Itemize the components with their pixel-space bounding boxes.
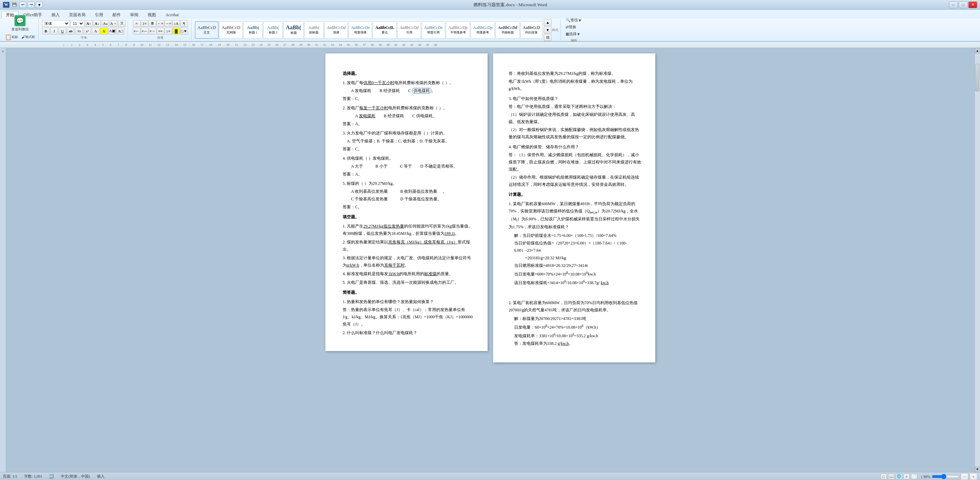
send-wechat-button[interactable]: 💬 发送到微信 <box>10 14 30 33</box>
styles-scroll-down[interactable]: ▼ <box>544 27 551 33</box>
scroll-down-arrow[interactable]: ▼ <box>975 467 980 472</box>
tab-layout[interactable]: 页面布局 <box>65 11 90 19</box>
increase-font-button[interactable]: A↑ <box>85 20 92 27</box>
style-intense-quote[interactable]: AaBbCcDe 明显引用 <box>422 21 445 39</box>
bold-button[interactable]: B <box>42 28 50 35</box>
styles-more[interactable]: ⊟ <box>544 34 551 41</box>
full-reading-button[interactable]: 📖 <box>888 474 894 479</box>
section-calc-heading: 计算题。 <box>509 191 641 198</box>
tab-view[interactable]: 视图 <box>143 11 161 19</box>
style-quote[interactable]: AaBbCcDd 引用 <box>397 21 421 39</box>
short1-a: 答：热量的表示单位有焦耳（J）、卡（cal）；常用的发热量单位有J/g、kJ/k… <box>343 306 474 328</box>
border-button[interactable]: □▼ <box>180 28 188 35</box>
scroll-thumb[interactable] <box>975 64 979 91</box>
strikethrough-button[interactable]: ab <box>67 28 75 35</box>
superscript-button[interactable]: x² <box>84 28 91 35</box>
align-left-button[interactable]: ≡← <box>133 28 140 35</box>
scroll-up-arrow[interactable]: ▲ <box>975 48 980 54</box>
align-right-button[interactable]: ≡→ <box>149 28 156 35</box>
q1-options: A 发电煤耗 B 经济煤耗 C 供电煤耗。 <box>351 87 474 95</box>
tab-insert[interactable]: 插入 <box>47 11 64 19</box>
language: 中文(简体，中国) <box>61 474 90 479</box>
style-subtitle[interactable]: AaBb( 副标题 <box>304 21 324 39</box>
pinyin-button[interactable]: 文 <box>118 20 126 27</box>
format-painter-button[interactable]: 🖌格式刷 <box>20 34 36 40</box>
draft-view-button[interactable]: 📄 <box>911 474 917 479</box>
font-color-button[interactable]: A <box>92 28 99 35</box>
close-button[interactable]: ✕ <box>968 2 977 8</box>
style-intense-emphasis[interactable]: AaBbCcDe 明显强调 <box>348 21 372 39</box>
multilevel-list-button[interactable]: ≣ <box>149 20 156 27</box>
sort-button[interactable]: ↕A <box>173 20 180 27</box>
pages-area[interactable]: 选择题。 1. 发电厂每供用0一千瓦小时电所耗费标准煤的克数称（ ）。 A 发电… <box>6 48 974 472</box>
tab-acrobat[interactable]: Acrobat <box>161 11 183 19</box>
justify-button[interactable]: ≡≡ <box>157 28 164 35</box>
highlight-button[interactable]: A <box>100 28 108 35</box>
zoom-out-button[interactable]: − <box>961 473 968 480</box>
ribbon-toolbar: 💬 发送到微信 📋粘贴 🖌格式刷 剪贴板 宋体 <box>0 19 980 41</box>
style-heading1[interactable]: AaBb( 标题 1 <box>243 21 262 39</box>
calc1-s3: =20318J/g=20.32 MJ/kg <box>525 255 641 262</box>
scrollbar-right[interactable]: ▲ ▼ <box>974 48 980 472</box>
char-border-button[interactable]: A□ <box>117 28 124 35</box>
more-font-button[interactable]: A→ <box>110 20 117 27</box>
page-number: 页面: 1/2 <box>3 474 17 479</box>
numbered-list-button[interactable]: 1≡ <box>141 20 148 27</box>
print-layout-button[interactable]: □ <box>881 474 887 479</box>
zoom-in-button[interactable]: + <box>970 473 977 480</box>
zoom-slider[interactable] <box>932 474 959 479</box>
find-button[interactable]: 🔍 查找 ▼ <box>564 17 583 24</box>
subscript-button[interactable]: x₂ <box>75 28 83 35</box>
quick-dropdown[interactable]: ▼ <box>36 2 43 8</box>
paste-button[interactable]: 📋粘贴 <box>3 34 19 40</box>
font-name-select[interactable]: 宋体 <box>42 20 70 27</box>
style-strong[interactable]: AaBbCcD. 要点 <box>373 21 396 39</box>
decrease-font-button[interactable]: A↓ <box>93 20 101 27</box>
styles-scroll-up[interactable]: ▲ <box>544 19 551 26</box>
char-shading-button[interactable]: A▣ <box>108 28 116 35</box>
style-subtle-ref[interactable]: AaBbCcDp 不明显参考 <box>446 21 470 39</box>
spell-check-icon: 🔤 <box>49 474 54 478</box>
font-size-select[interactable]: 11 <box>70 20 84 27</box>
r-q3-a2: （1）锅炉设计就确定使用低质煤，如破化床锅炉就设计使用高灰、高硫、低发热量煤。 <box>509 111 641 125</box>
increase-indent-button[interactable]: →≡ <box>165 20 172 27</box>
style-intense-ref[interactable]: AaBbCcDp 明显参考 <box>471 21 495 39</box>
line-spacing-button[interactable]: ↕≡ <box>165 28 172 35</box>
style-title[interactable]: AaBb( 标题 <box>283 21 303 39</box>
minimize-button[interactable]: ─ <box>949 2 958 8</box>
q3-options: A. 空气干燥基；B. 干燥基；C. 收到基；D. 干燥无灰基。 <box>347 138 474 145</box>
calc1-gap <box>509 289 641 296</box>
italic-button[interactable]: I <box>50 28 58 35</box>
style-no-spacing[interactable]: AaBbCcD 无间隔 <box>219 21 243 39</box>
show-marks-button[interactable]: ¶ <box>180 20 188 27</box>
quick-save[interactable]: 💾 <box>11 2 18 8</box>
style-emphasis[interactable]: AaBbCcDd 强调 <box>325 21 348 39</box>
r-answer-standard-coal: 答：将收到基低位发热量为29.27MJ/kg的煤，称为标准煤。 <box>509 70 641 77</box>
underline-button[interactable]: U <box>59 28 66 35</box>
tab-review[interactable]: 审阅 <box>126 11 143 19</box>
window-title: 燃料练习题答案.docx - Microsoft Word <box>72 2 949 8</box>
r-q3-a1: 答：电厂中使用低质煤，通常采取下述两种法方予以解决： <box>509 103 641 110</box>
tab-references[interactable]: 引用 <box>91 11 108 19</box>
select-button[interactable]: ▦ 选择 ▼ <box>564 31 582 37</box>
maximize-button[interactable]: □ <box>959 2 967 8</box>
replace-button[interactable]: ⇄ 替换 <box>564 24 578 30</box>
style-list-para[interactable]: AaBbCcD 列出段落 <box>520 21 542 39</box>
quick-redo[interactable]: ↪ <box>28 2 35 8</box>
web-layout-button[interactable]: 🌐 <box>896 474 902 479</box>
outline-view-button[interactable]: ≡ <box>904 474 910 479</box>
q4: 4. 供电煤耗（ ）发电煤耗。 <box>343 155 474 162</box>
style-heading2[interactable]: AaBb( 标题 2 <box>263 21 283 39</box>
tab-mailings[interactable]: 邮件 <box>108 11 125 19</box>
clear-format-button[interactable]: Aa <box>102 20 109 27</box>
ruler: | 1 2 3 4 5 6 7 8 9 10 11 12 13 14 15 16… <box>0 42 980 48</box>
q4-options: A 大于 B 小于 C 等于 D 不确定是否相等。 <box>351 163 474 170</box>
decrease-indent-button[interactable]: ←≡ <box>157 20 164 27</box>
style-normal[interactable]: AaBbCcD 正文 <box>195 21 218 39</box>
bullet-list-button[interactable]: ≡ <box>133 20 140 27</box>
quick-undo[interactable]: ↩ <box>19 2 26 8</box>
align-center-button[interactable]: ≡↔ <box>141 28 148 35</box>
shading-button[interactable]: ▓ <box>173 28 180 35</box>
style-book-title[interactable]: AaBbCcDd 书籍标题 <box>496 21 520 39</box>
paragraph-label: 段落 <box>158 35 164 40</box>
